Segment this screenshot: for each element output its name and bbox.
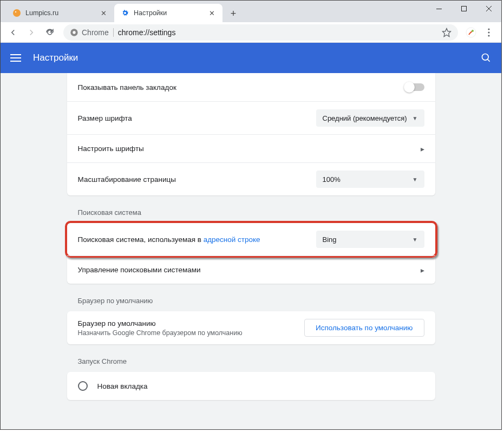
search-card: Поисковая система, используемая в адресн… [67, 221, 435, 284]
tab-lumpics[interactable]: Lumpics.ru ✕ [6, 4, 114, 22]
manage-search-label: Управление поисковыми системами [78, 266, 421, 274]
omnibox[interactable]: Chrome chrome://settings [63, 24, 458, 41]
caret-down-icon: ▼ [413, 115, 418, 121]
chrome-icon [70, 28, 78, 37]
reload-button[interactable] [42, 24, 58, 41]
manage-search-row[interactable]: Управление поисковыми системами ▸ [67, 256, 435, 284]
customize-fonts-row[interactable]: Настроить шрифты ▸ [67, 134, 435, 162]
radio-icon[interactable] [78, 381, 88, 391]
svg-point-7 [73, 31, 75, 34]
more-menu-button[interactable] [481, 24, 497, 41]
default-browser-section-title: Браузер по умолчанию [67, 297, 435, 305]
tab-title: Настройки [134, 9, 204, 17]
svg-point-13 [488, 35, 489, 36]
svg-rect-16 [10, 61, 21, 62]
appearance-card: Показывать панель закладок Размер шрифта… [67, 73, 435, 195]
settings-content[interactable]: Показывать панель закладок Размер шрифта… [1, 73, 501, 429]
search-engine-row: Поисковая система, используемая в адресн… [67, 223, 435, 256]
startup-newtab-label: Новая вкладка [97, 382, 424, 390]
set-default-button[interactable]: Использовать по умолчанию [304, 319, 424, 337]
lumpics-favicon-icon [12, 9, 21, 17]
default-browser-row: Браузер по умолчанию Назначить Google Ch… [67, 311, 435, 344]
extension-icon[interactable] [463, 25, 479, 40]
site-info[interactable]: Chrome [70, 28, 109, 37]
default-browser-sublabel: Назначить Google Chrome браузером по умо… [78, 329, 304, 337]
font-size-label: Размер шрифта [78, 114, 316, 122]
default-browser-label: Браузер по умолчанию [78, 319, 304, 328]
search-section-title: Поисковая система [67, 208, 435, 217]
address-bar: Chrome chrome://settings [1, 22, 501, 43]
address-bar-link[interactable]: адресной строке [204, 235, 260, 244]
startup-card: Новая вкладка [67, 372, 435, 400]
chevron-right-icon: ▸ [421, 266, 424, 274]
highlight-annotation: Поисковая система, используемая в адресн… [65, 221, 437, 258]
bookmarks-bar-label: Показывать панель закладок [78, 83, 405, 91]
font-size-row: Размер шрифта Средний (рекомендуется) ▼ [67, 101, 435, 134]
chevron-right-icon: ▸ [421, 145, 424, 153]
search-engine-value: Bing [323, 235, 413, 244]
page-zoom-label: Масштабирование страницы [78, 175, 316, 184]
svg-rect-3 [462, 6, 467, 11]
search-engine-label-pre: Поисковая система, используемая в [78, 235, 204, 244]
protocol-label: Chrome [82, 28, 109, 37]
gear-icon [121, 9, 129, 17]
svg-point-1 [15, 11, 16, 12]
svg-point-0 [13, 9, 21, 17]
caret-down-icon: ▼ [413, 176, 418, 182]
window-controls [427, 1, 501, 17]
svg-point-10 [472, 30, 474, 32]
new-tab-button[interactable]: + [226, 6, 241, 21]
startup-section-title: Запуск Chrome [67, 357, 435, 365]
forward-button[interactable] [23, 24, 40, 41]
page-title: Настройки [33, 53, 78, 63]
search-engine-label: Поисковая система, используемая в адресн… [78, 235, 316, 244]
url-text: chrome://settings [118, 28, 176, 37]
svg-rect-2 [436, 9, 442, 9]
separator [113, 28, 114, 37]
close-window-button[interactable] [476, 1, 501, 17]
svg-rect-14 [10, 54, 21, 55]
font-size-value: Средний (рекомендуется) [323, 114, 413, 122]
default-browser-card: Браузер по умолчанию Назначить Google Ch… [67, 311, 435, 344]
browser-window: Lumpics.ru ✕ Настройки ✕ + Chrome c [0, 0, 502, 430]
page-zoom-select[interactable]: 100% ▼ [316, 171, 424, 188]
customize-fonts-label: Настроить шрифты [78, 145, 421, 153]
back-button[interactable] [5, 24, 21, 41]
search-icon[interactable] [480, 51, 493, 64]
svg-marker-8 [443, 28, 451, 36]
page-zoom-row: Масштабирование страницы 100% ▼ [67, 162, 435, 195]
svg-point-11 [488, 28, 489, 30]
tab-title: Lumpics.ru [25, 9, 96, 17]
tab-settings[interactable]: Настройки ✕ [114, 4, 222, 22]
bookmarks-bar-toggle[interactable] [405, 83, 424, 91]
menu-icon[interactable] [9, 51, 22, 64]
caret-down-icon: ▼ [413, 237, 418, 243]
font-size-select[interactable]: Средний (рекомендуется) ▼ [316, 109, 424, 127]
close-icon[interactable]: ✕ [99, 9, 108, 17]
bookmarks-bar-row: Показывать панель закладок [67, 73, 435, 101]
svg-line-18 [488, 60, 490, 62]
search-engine-select[interactable]: Bing ▼ [316, 231, 424, 248]
maximize-button[interactable] [451, 1, 476, 17]
svg-point-17 [482, 54, 489, 61]
page-zoom-value: 100% [323, 175, 413, 184]
titlebar: Lumpics.ru ✕ Настройки ✕ + [1, 1, 501, 22]
minimize-button[interactable] [427, 1, 451, 17]
settings-header: Настройки [1, 43, 501, 73]
svg-rect-15 [10, 57, 21, 58]
startup-newtab-row[interactable]: Новая вкладка [67, 372, 435, 400]
svg-point-12 [488, 31, 489, 33]
bookmark-star-icon[interactable] [442, 28, 451, 37]
close-icon[interactable]: ✕ [207, 9, 216, 17]
